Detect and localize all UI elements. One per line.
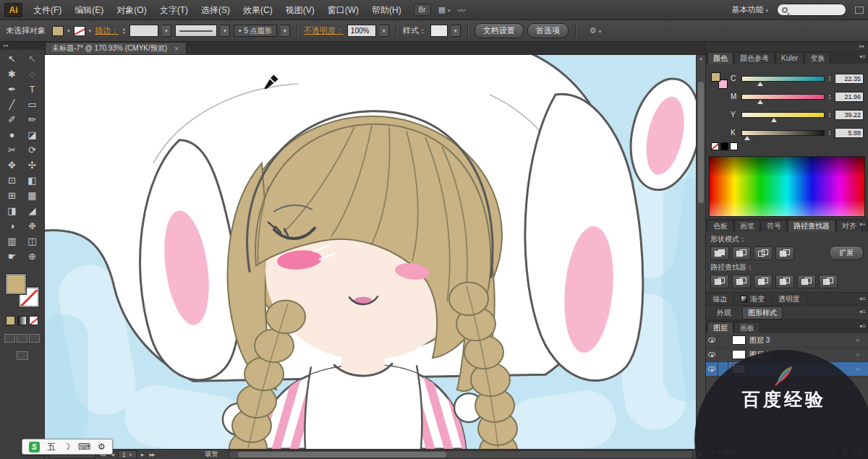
scrollbar-thumb[interactable] xyxy=(698,82,704,202)
stroke-weight-stepper[interactable]: ▲▼ xyxy=(122,27,126,35)
tab-swatches[interactable]: 色板 xyxy=(707,220,733,231)
trim-button[interactable] xyxy=(732,275,751,288)
type-tool[interactable]: T xyxy=(23,82,42,97)
white-swatch[interactable] xyxy=(730,142,738,150)
wrench-icon[interactable]: ⚙ xyxy=(98,442,106,452)
black-swatch[interactable] xyxy=(720,142,728,150)
scissors-tool[interactable]: ✂ xyxy=(3,142,22,158)
none-mode-button[interactable] xyxy=(29,316,38,325)
tab-color-guide[interactable]: 颜色参考 xyxy=(734,52,775,64)
minus-back-button[interactable] xyxy=(819,275,838,288)
window-icon[interactable] xyxy=(855,7,864,14)
outline-button[interactable] xyxy=(797,275,816,288)
line-segment-tool[interactable]: ╱ xyxy=(3,97,22,112)
arrange-documents-icon[interactable]: ▦▾ xyxy=(438,5,451,14)
channel-slider[interactable] xyxy=(741,94,825,100)
mesh-tool[interactable]: ▦ xyxy=(23,188,42,203)
control-panel-menu-icon[interactable]: ⚙▾ xyxy=(590,26,601,35)
panel-menu-icon[interactable]: ▾≡ xyxy=(859,221,866,228)
input-method-bar[interactable]: S 五 ☽ ⌨ ⚙ xyxy=(22,439,113,455)
input-mode-label[interactable]: 五 xyxy=(47,441,56,453)
draw-normal-icon[interactable] xyxy=(4,334,15,343)
workspace-switcher[interactable]: 基本功能▾ xyxy=(731,4,768,15)
artboard-number-dropdown[interactable]: 1▼ xyxy=(118,450,137,459)
lasso-tool[interactable]: ◌ xyxy=(23,67,42,82)
stroke-weight-field[interactable] xyxy=(129,25,158,37)
visibility-eye-icon[interactable] xyxy=(706,333,718,347)
menu-view[interactable]: 视图(V) xyxy=(279,0,321,20)
style-swatch-field[interactable] xyxy=(430,25,448,37)
artboard-tool[interactable]: ◫ xyxy=(23,233,42,249)
tab-layers[interactable]: 图层 xyxy=(707,322,733,333)
channel-spinner[interactable]: ▲▼ xyxy=(828,94,831,100)
channel-value-field[interactable]: 39.22 xyxy=(835,110,864,120)
visibility-eye-icon[interactable] xyxy=(706,362,718,376)
chevron-down-icon[interactable]: ▼ xyxy=(380,25,389,37)
chevron-down-icon[interactable]: ▼ xyxy=(281,25,290,37)
column-graph-tool[interactable]: ▥ xyxy=(3,233,22,249)
tab-color[interactable]: 颜色 xyxy=(707,52,733,64)
menu-edit[interactable]: 编辑(E) xyxy=(68,0,110,20)
rotate-tool[interactable]: ⟳ xyxy=(23,142,42,158)
visibility-eye-icon[interactable] xyxy=(706,348,718,361)
tab-artboards[interactable]: 画板 xyxy=(734,322,760,333)
document-tab[interactable]: 未标题-7* @ 170.93% (CMYK/预览) × xyxy=(45,42,187,54)
tab-brushes[interactable]: 画笔 xyxy=(734,220,760,231)
last-artboard-icon[interactable]: ▶▶ xyxy=(148,452,156,457)
bridge-button[interactable]: Br xyxy=(414,4,431,16)
crop-button[interactable] xyxy=(775,275,794,288)
divide-button[interactable] xyxy=(710,275,729,288)
chevron-down-icon[interactable]: ▾ xyxy=(89,28,92,34)
rectangle-tool[interactable]: ▭ xyxy=(23,97,42,112)
unite-button[interactable] xyxy=(710,246,729,260)
drawing-modes[interactable] xyxy=(0,334,44,343)
menu-help[interactable]: 帮助(H) xyxy=(365,0,408,20)
chevron-down-icon[interactable]: ▾ xyxy=(67,28,70,34)
channel-spinner[interactable]: ▲▼ xyxy=(828,112,831,118)
sogou-logo[interactable]: S xyxy=(29,442,40,452)
channel-slider[interactable] xyxy=(741,130,825,136)
horizontal-scrollbar[interactable] xyxy=(229,450,693,459)
menu-type[interactable]: 文字(T) xyxy=(153,0,195,20)
menu-effect[interactable]: 效果(C) xyxy=(237,0,279,20)
merge-button[interactable] xyxy=(754,275,773,288)
symbol-sprayer-tool[interactable]: ❉ xyxy=(23,218,42,233)
color-spectrum[interactable] xyxy=(709,156,865,217)
panel-menu-icon[interactable]: ▾≡ xyxy=(859,296,866,302)
channel-spinner[interactable]: ▲▼ xyxy=(828,130,831,136)
tab-transparency[interactable]: 透明度 xyxy=(772,293,807,305)
none-swatch[interactable] xyxy=(711,142,719,150)
fill-proxy[interactable] xyxy=(711,72,720,82)
fill-stroke-proxy[interactable] xyxy=(711,72,728,89)
stroke-panel-link[interactable]: 描边： xyxy=(95,25,119,36)
close-tab-icon[interactable]: × xyxy=(174,44,179,53)
slider-thumb[interactable] xyxy=(757,100,763,104)
channel-value-field[interactable]: 5.88 xyxy=(835,128,864,138)
moon-icon[interactable]: ☽ xyxy=(63,442,71,452)
next-artboard-icon[interactable]: ▶ xyxy=(140,452,145,457)
fill-color-swatch[interactable] xyxy=(52,26,64,36)
canvas[interactable]: ▲ ▼ xyxy=(45,55,705,449)
channel-value-field[interactable]: 22.35 xyxy=(835,74,864,84)
tab-kuler[interactable]: Kuler xyxy=(775,52,804,64)
menu-file[interactable]: 文件(F) xyxy=(27,0,68,20)
layer-thumbnail[interactable] xyxy=(732,335,746,345)
tab-symbols[interactable]: 符号 xyxy=(761,220,787,231)
gradient-mode-button[interactable] xyxy=(17,316,27,325)
width-tool[interactable]: ✣ xyxy=(23,158,42,173)
expand-button[interactable]: 扩展 xyxy=(829,246,864,260)
blend-tool[interactable]: ◑ xyxy=(3,218,22,233)
search-box[interactable] xyxy=(777,4,846,16)
menu-window[interactable]: 窗口(W) xyxy=(321,0,365,20)
panel-menu-icon[interactable]: ▾≡ xyxy=(859,53,866,60)
direct-selection-tool[interactable]: ↖ xyxy=(23,51,42,67)
scale-tool[interactable]: ✥ xyxy=(3,158,22,173)
tab-appearance[interactable]: 外观 xyxy=(712,307,736,319)
scrollbar-thumb[interactable] xyxy=(238,452,446,458)
layer-3[interactable]: 图层 3 ○ xyxy=(706,333,868,348)
vertical-scrollbar[interactable]: ▲ ▼ xyxy=(696,55,705,449)
layer-name[interactable]: 图层 3 xyxy=(749,335,856,346)
brush-name-dropdown[interactable]: •5 点圆形 xyxy=(234,25,277,37)
zoom-tool[interactable]: ⊕ xyxy=(23,249,42,264)
tab-pathfinder[interactable]: 路径查找器 xyxy=(788,220,835,231)
